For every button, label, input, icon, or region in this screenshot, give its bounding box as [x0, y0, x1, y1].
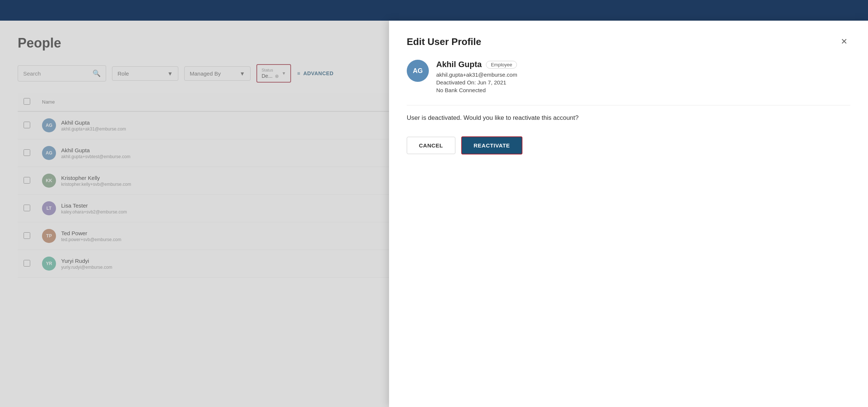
edit-user-panel: Edit User Profile ✕ AG Akhil Gupta Emplo…	[389, 21, 868, 407]
profile-name: Akhil Gupta	[436, 60, 482, 69]
profile-email: akhil.gupta+ak31@emburse.com	[436, 72, 517, 78]
panel-title: Edit User Profile	[407, 36, 481, 48]
cancel-button[interactable]: CANCEL	[407, 137, 455, 154]
reactivate-button[interactable]: REACTIVATE	[461, 136, 523, 154]
panel-divider	[407, 105, 850, 105]
profile-deactivated: Deactivated On: Jun 7, 2021	[436, 79, 517, 86]
reactivate-message: User is deactivated. Would you like to r…	[407, 114, 850, 122]
profile-bank: No Bank Connected	[436, 87, 517, 93]
user-profile-section: AG Akhil Gupta Employee akhil.gupta+ak31…	[407, 60, 850, 93]
main-content: People 🔍 Role ▼ Managed By ▼ Status	[0, 21, 868, 407]
top-nav	[0, 0, 868, 21]
action-buttons: CANCEL REACTIVATE	[407, 136, 850, 154]
profile-info: Akhil Gupta Employee akhil.gupta+ak31@em…	[436, 60, 517, 93]
panel-header: Edit User Profile ✕	[407, 35, 850, 48]
close-panel-button[interactable]: ✕	[838, 35, 850, 48]
profile-avatar: AG	[407, 60, 429, 82]
profile-name-row: Akhil Gupta Employee	[436, 60, 517, 69]
employee-badge: Employee	[486, 61, 517, 69]
